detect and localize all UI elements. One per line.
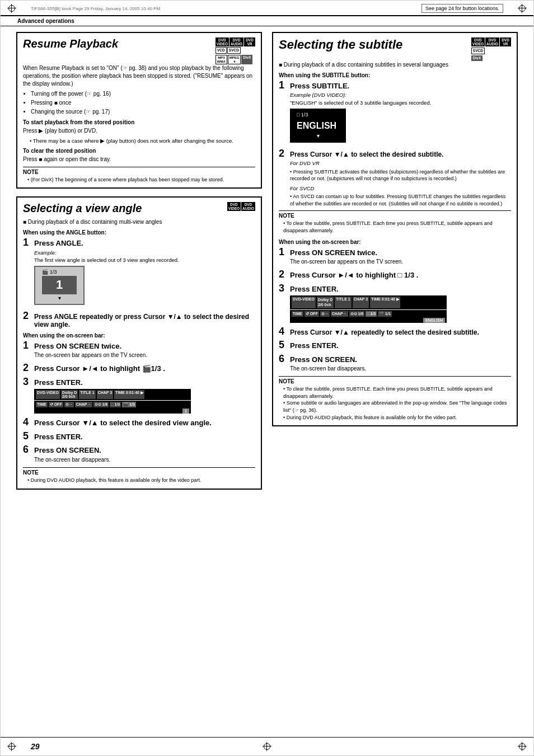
sub-os-step-num-1: 1	[279, 247, 287, 257]
bullet-2: Pressing ■ once	[31, 99, 255, 107]
clear-position-text: Press ■ again or open the disc tray.	[23, 156, 255, 163]
angle-note: NOTE • During DVD AUDIO playback, this f…	[23, 467, 255, 484]
sub-os-step-label-3: Press ENTER.	[290, 285, 339, 294]
os-step-num-1: 1	[23, 340, 31, 350]
sub-os-step-num-5: 5	[279, 340, 287, 350]
sub-os-step-1-body: The on-screen bar appears on the TV scre…	[290, 258, 511, 266]
subtitle-display-box: □ 1/3 ENGLISH ▾	[290, 109, 346, 143]
sub-os-step-label-5: Press ENTER.	[290, 341, 339, 350]
angle-os-step-3: 3 Press ENTER. DVD-VIDEO Dolby D2/0 0ch …	[23, 377, 255, 414]
angle-intro: ■ During playback of a disc containing m…	[23, 218, 255, 226]
subtitle-note-1-title: NOTE	[279, 210, 511, 219]
subtitle-intro: ■ During playback of a disc containing s…	[279, 61, 511, 69]
when-angle-heading: When using the ANGLE button:	[23, 229, 255, 236]
angle-note-text: • During DVD AUDIO playback, this featur…	[27, 477, 255, 484]
for-dvdvr-label: For DVD VR	[290, 159, 511, 167]
sub-os-step-5: 5 Press ENTER.	[279, 340, 511, 350]
subtitle-display-top: □ 1/3	[297, 111, 339, 119]
os-step-label-2: Press Cursor ►/◄ to highlight 🎬1/3 .	[34, 364, 165, 373]
resume-bullets: Turning off the power (☞ pg. 16) Pressin…	[23, 90, 255, 116]
sub-os-step-label-6: Press ON SCREEN.	[290, 355, 357, 364]
badge-angle-dvd-video: DVDVIDEO	[227, 202, 241, 211]
badge-dvd-audio: DVDAUDIO	[229, 37, 243, 46]
adv-ops-label: Advanced operations	[17, 18, 74, 24]
subtitle-note-1-text: • To clear the subtitle, press SUBTITLE.…	[283, 220, 511, 234]
sub-step-label-2: Press Cursor ▼/▲ to select the desired s…	[290, 151, 444, 158]
subtitle-down-arrow: ▾	[297, 132, 339, 140]
sub-os-step-num-6: 6	[279, 354, 287, 364]
bullet-1: Turning off the power (☞ pg. 16)	[31, 90, 255, 98]
badge-svcd: SVCD	[227, 47, 241, 54]
resume-playback-title: Resume Playback	[23, 37, 118, 50]
when-subtitle-heading: When using the SUBTITLE button:	[279, 72, 511, 78]
badge-sub-divx: DivX	[471, 55, 483, 61]
badge-dvd-video: DVDVIDEO	[216, 37, 229, 46]
page-wrapper: TIFS66-S55[B] book Page 29 Friday, Janua…	[0, 0, 534, 756]
file-info: TIFS66-S55[B] book Page 29 Friday, Janua…	[31, 6, 160, 11]
os-step-num-5: 5	[23, 431, 31, 441]
when-onscreen-heading: When using the on-screen bar:	[23, 332, 255, 339]
bullet-3: Changing the source (☞ pg. 17)	[31, 108, 255, 116]
sub-os-step-num-4: 4	[279, 326, 287, 336]
os-step-num-3: 3	[23, 377, 31, 387]
os-step-num-6: 6	[23, 444, 31, 454]
angle-display-number: 1	[42, 276, 77, 294]
os-step-label-5: Press ENTER.	[34, 433, 83, 442]
resume-playback-section: Resume Playback DVDVIDEO DVDAUDIO DVDVR …	[16, 32, 262, 189]
badge-vcd: VCD	[216, 47, 227, 54]
subtitle-step-1: 1 Press SUBTITLE. Example (DVD VIDEO): "…	[279, 80, 511, 145]
resume-note-text: • (For DivX) The beginning of a scene wh…	[27, 176, 255, 184]
resume-note: NOTE • (For DivX) The beginning of a sce…	[23, 167, 255, 184]
sub-os-step-6-body: The on-screen bar disappears.	[290, 365, 511, 373]
sub-os-step-1: 1 Press ON SCREEN twice. The on-screen b…	[279, 247, 511, 266]
os-step-6-body: The on-screen bar disappears.	[34, 456, 255, 464]
os-step-1-body: The on-screen bar appears on the TV scre…	[34, 351, 255, 359]
subtitle-note-2-text-1: • To clear the subtitle, press SUBTITLE.…	[283, 386, 511, 400]
os-step-num-2: 2	[23, 363, 31, 373]
sub-os-step-label-2: Press Cursor ►/◄ to highlight □ 1/3 .	[290, 271, 418, 280]
badge-mp3-wma: MP3WMA	[216, 55, 227, 64]
angle-os-step-1: 1 Press ON SCREEN twice. The on-screen b…	[23, 340, 255, 360]
badge-sub-svcd: SVCD	[471, 48, 485, 54]
sub-step-num-2: 2	[279, 148, 287, 158]
step-label-2: Press ANGLE repeatedly or press Cursor ▼…	[34, 313, 255, 329]
start-playback-heading: To start playback from the stored positi…	[23, 119, 255, 125]
clear-position-heading: To clear the stored position	[23, 148, 255, 154]
subtitle-osd-bar: DVD-VIDEO Dolby D2/0 0ch TITLE 1 CHAP 3 …	[290, 295, 447, 322]
subtitle-title: Selecting the subtitle	[279, 37, 402, 52]
badge-sub-dvd-video: DVDVIDEO	[471, 37, 485, 46]
when-sub-onscreen-heading: When using the on-screen bar:	[279, 239, 511, 245]
subtitle-note-2: NOTE • To clear the subtitle, press SUBT…	[279, 376, 511, 421]
view-angle-section: Selecting a view angle DVDVIDEO DVDAUDIO…	[16, 196, 262, 490]
subtitle-section: Selecting the subtitle DVDVIDEO DVDAUDIO…	[272, 32, 518, 426]
badge-mpeg4: MPEG4	[228, 55, 241, 64]
sub-os-step-3: 3 Press ENTER. DVD-VIDEO Dolby D2/0 0ch …	[279, 283, 511, 323]
example-text: The first view angle is selected out of …	[34, 256, 255, 264]
view-angle-title: Selecting a view angle	[23, 202, 142, 215]
angle-os-step-5: 5 Press ENTER.	[23, 431, 255, 442]
sub-step-label-1: Press SUBTITLE.	[290, 82, 349, 91]
svcd-note-text: • An SVCD can contain up to four subtitl…	[290, 193, 511, 207]
badge-sub-dvd-vr: DVDVR	[500, 37, 511, 46]
os-step-num-4: 4	[23, 417, 31, 427]
angle-display-indicator: 🎬1/3	[42, 269, 77, 276]
step-num-1: 1	[23, 237, 31, 247]
for-svcd-label: For SVCD	[290, 185, 511, 192]
resume-body-text: When Resume Playback is set to "ON" (☞ p…	[23, 64, 255, 88]
badge-divx: DivX	[241, 55, 252, 64]
dvdvr-note-text: • Pressing SUBTITLE activates the subtit…	[290, 168, 511, 182]
subtitle-note-2-text-2: • Some subtitle or audio languages are a…	[283, 400, 511, 414]
badge-sub-dvd-audio: DVDAUDIO	[485, 37, 499, 46]
subtitle-note-2-title: NOTE	[279, 376, 511, 384]
sub-step-num-1: 1	[279, 80, 287, 90]
sub-os-step-label-4: Press Cursor ▼/▲ repeatedly to select th…	[290, 328, 479, 336]
sub-os-step-num-2: 2	[279, 269, 287, 279]
angle-note-title: NOTE	[23, 467, 255, 476]
sub-os-step-2: 2 Press Cursor ►/◄ to highlight □ 1/3 .	[279, 269, 511, 280]
subtitle-note-1: NOTE • To clear the subtitle, press SUBT…	[279, 210, 511, 234]
start-playback-text: Press ▶ (play button) or DVD.	[23, 127, 255, 135]
subtitle-note-2-text-3: • During DVD AUDIO playback, this featur…	[283, 414, 511, 421]
page-ref-box: See page 24 for button locations.	[421, 4, 503, 13]
os-step-label-6: Press ON SCREEN.	[34, 446, 101, 455]
subtitle-display-main: ENGLISH	[297, 120, 339, 132]
